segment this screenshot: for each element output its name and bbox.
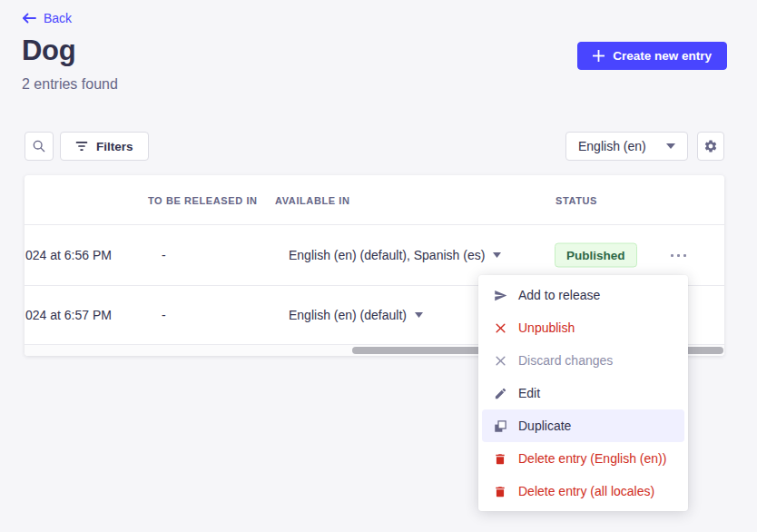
locale-select[interactable]: English (en) <box>565 132 688 161</box>
menu-item-label: Duplicate <box>518 419 571 433</box>
cell-to-be-released-in: - <box>162 286 166 344</box>
chevron-down-icon <box>415 312 423 318</box>
back-arrow-icon <box>22 13 36 24</box>
entries-list-page: Back Dog 2 entries found Create new entr… <box>0 0 757 532</box>
row-actions-menu-button[interactable] <box>663 245 693 265</box>
duplicate-icon <box>493 419 507 433</box>
row-actions-context-menu: Add to release Unpublish Discard changes… <box>478 275 688 511</box>
create-new-entry-button[interactable]: Create new entry <box>577 42 727 70</box>
locale-selected-value: English (en) <box>578 139 646 153</box>
filters-button[interactable]: Filters <box>60 132 149 161</box>
menu-item-duplicate[interactable]: Duplicate <box>482 409 684 442</box>
cell-to-be-released-in: - <box>162 225 166 285</box>
menu-item-delete-entry-all-locales[interactable]: Delete entry (all locales) <box>482 475 684 507</box>
entries-count: 2 entries found <box>22 76 118 93</box>
available-in-text: English (en) (default), Spanish (es) <box>289 248 485 262</box>
menu-item-label: Discard changes <box>518 353 613 368</box>
close-icon <box>493 320 507 335</box>
dot <box>671 254 673 257</box>
menu-item-add-to-release[interactable]: Add to release <box>482 279 684 311</box>
menu-item-label: Delete entry (English (en)) <box>518 451 666 466</box>
menu-item-unpublish[interactable]: Unpublish <box>482 311 684 344</box>
menu-item-label: Edit <box>518 386 540 400</box>
status-badge: Published <box>555 243 637 268</box>
cell-updated-at: 024 at 6:57 PM <box>25 286 112 344</box>
close-icon <box>493 353 507 368</box>
plus-icon <box>593 50 605 62</box>
menu-item-label: Delete entry (all locales) <box>518 484 654 498</box>
cell-updated-at: 024 at 6:56 PM <box>25 225 112 285</box>
search-button[interactable] <box>25 132 54 161</box>
chevron-down-icon <box>666 143 675 149</box>
back-link[interactable]: Back <box>22 11 72 25</box>
send-icon <box>493 288 507 302</box>
back-label: Back <box>44 11 72 25</box>
column-header-status[interactable]: STATUS <box>555 175 597 225</box>
cell-available-in[interactable]: English (en) (default) <box>289 286 423 344</box>
search-icon <box>32 139 46 153</box>
filters-label: Filters <box>96 140 133 153</box>
menu-item-discard-changes[interactable]: Discard changes <box>482 344 684 377</box>
dot <box>677 254 680 257</box>
create-button-label: Create new entry <box>613 49 712 63</box>
trash-icon <box>493 451 507 466</box>
chevron-down-icon <box>493 252 501 258</box>
dot <box>683 254 686 257</box>
filter-icon <box>75 141 88 152</box>
cell-available-in[interactable]: English (en) (default), Spanish (es) <box>289 225 501 285</box>
available-in-text: English (en) (default) <box>289 308 407 322</box>
trash-icon <box>493 484 507 498</box>
menu-item-label: Unpublish <box>518 320 575 335</box>
gear-icon <box>703 139 718 153</box>
pencil-icon <box>493 386 507 400</box>
settings-button[interactable] <box>697 132 724 161</box>
menu-item-delete-entry-locale[interactable]: Delete entry (English (en)) <box>482 442 684 475</box>
menu-item-label: Add to release <box>518 288 600 302</box>
column-header-to-be-released-in[interactable]: TO BE RELEASED IN <box>148 175 258 225</box>
table-header-row: TO BE RELEASED IN AVAILABLE IN STATUS <box>25 175 724 225</box>
page-title: Dog <box>22 34 75 67</box>
column-header-available-in[interactable]: AVAILABLE IN <box>275 175 350 225</box>
menu-item-edit[interactable]: Edit <box>482 377 684 409</box>
